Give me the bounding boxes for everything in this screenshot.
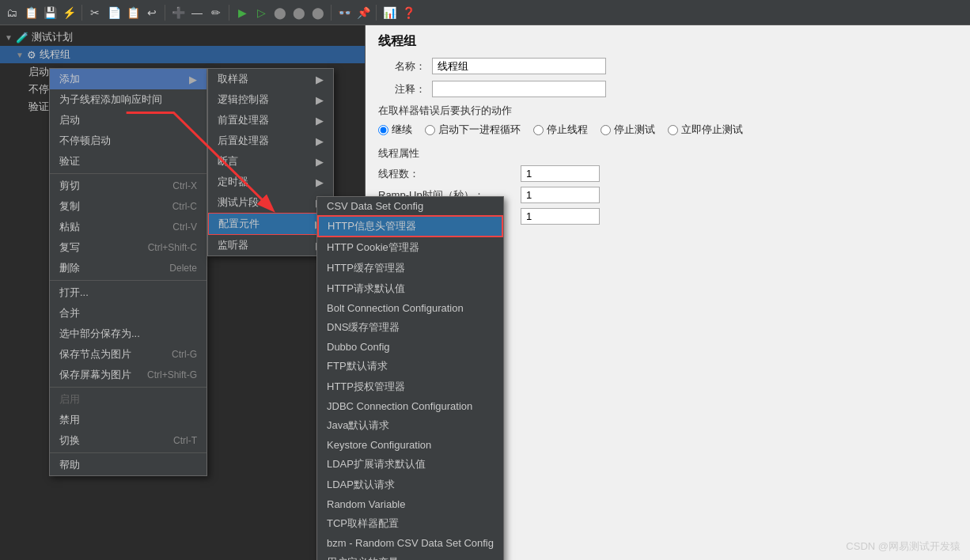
config-http-cookie[interactable]: HTTP Cookie管理器 xyxy=(317,237,503,258)
menu-label: HTTP Cookie管理器 xyxy=(327,240,419,255)
config-ldap[interactable]: LDAP默认请求 xyxy=(317,475,503,495)
props-rampup-input[interactable] xyxy=(521,187,600,203)
config-ftp[interactable]: FTP默认请求 xyxy=(317,356,503,376)
toolbar-icon-help[interactable]: ❓ xyxy=(400,4,417,21)
toolbar-icon-3[interactable]: 💾 xyxy=(41,4,59,21)
submenu1-config-element[interactable]: 配置元件 ▶ xyxy=(208,213,333,235)
shortcut-label: Ctrl+Shift-C xyxy=(148,242,197,253)
tree-icon: 🧪 xyxy=(16,32,28,44)
menu-label: DNS缓存管理器 xyxy=(327,320,400,335)
menu-sep-2 xyxy=(50,280,207,281)
config-bzm-csv[interactable]: bzm - Random CSV Data Set Config xyxy=(317,534,503,552)
toolbar-icon-circle2[interactable]: ⬤ xyxy=(290,4,308,21)
toolbar-icon-4[interactable]: ⚡ xyxy=(60,4,78,21)
comment-input[interactable] xyxy=(432,81,606,97)
toolbar-icon-edit[interactable]: ✏ xyxy=(207,4,225,21)
shortcut-label: Ctrl+Shift-G xyxy=(147,369,197,380)
submenu1-pre-processor[interactable]: 前置处理器 ▶ xyxy=(208,110,333,131)
config-http-cache[interactable]: HTTP缓存管理器 xyxy=(317,258,503,278)
tree-item-thread-group[interactable]: ▼ ⚙ 线程组 xyxy=(0,46,365,63)
submenu-arrow: ▶ xyxy=(316,135,324,147)
toolbar-icon-circle1[interactable]: ⬤ xyxy=(271,4,289,21)
menu-item-save-screen-img[interactable]: 保存屏幕为图片 Ctrl+Shift-G xyxy=(50,365,207,385)
tree-item-test-plan[interactable]: ▼ 🧪 测试计划 xyxy=(0,28,365,46)
menu-item-help[interactable]: 帮助 xyxy=(50,455,207,475)
toolbar-sep-2 xyxy=(165,5,165,21)
menu-item-start[interactable]: 启动 xyxy=(50,110,207,131)
config-http-defaults[interactable]: HTTP请求默认值 xyxy=(317,278,503,299)
toolbar-icon-table[interactable]: 📊 xyxy=(381,4,398,21)
menu-label: 打开... xyxy=(59,286,89,300)
menu-sep-3 xyxy=(50,387,207,388)
menu-sep-4 xyxy=(50,452,207,453)
config-java[interactable]: Java默认请求 xyxy=(317,415,503,436)
shortcut-label: Delete xyxy=(169,263,197,274)
menu-label: 为子线程添加响应时间 xyxy=(59,93,162,107)
toolbar-icon-run[interactable]: ▶ xyxy=(233,4,251,21)
config-http-auth[interactable]: HTTP授权管理器 xyxy=(317,376,503,397)
config-http-header[interactable]: HTTP信息头管理器 xyxy=(317,215,503,237)
menu-item-open[interactable]: 打开... xyxy=(50,282,207,303)
config-dubbo[interactable]: Dubbo Config xyxy=(317,338,503,356)
menu-label: 粘贴 xyxy=(59,220,80,234)
menu-item-merge[interactable]: 合并 xyxy=(50,303,207,324)
submenu1-logic-ctrl[interactable]: 逻辑控制器 ▶ xyxy=(208,89,333,110)
menu-item-paste[interactable]: 粘贴 Ctrl-V xyxy=(50,217,207,237)
submenu1-assertion[interactable]: 断言 ▶ xyxy=(208,151,333,172)
config-dns[interactable]: DNS缓存管理器 xyxy=(317,317,503,338)
props-loop-input[interactable] xyxy=(521,208,600,225)
submenu-arrow: ▶ xyxy=(189,74,197,85)
toolbar-icon-paste[interactable]: 📋 xyxy=(124,4,142,21)
config-bolt[interactable]: Bolt Connection Configuration xyxy=(317,299,503,317)
radio-continue[interactable]: 继续 xyxy=(378,123,412,137)
radio-stop-thread[interactable]: 停止线程 xyxy=(533,123,588,137)
shortcut-label: Ctrl-C xyxy=(172,201,197,212)
radio-stop-now[interactable]: 立即停止测试 xyxy=(668,123,743,137)
menu-item-add[interactable]: 添加 ▶ xyxy=(50,69,207,89)
toolbar-icon-run2[interactable]: ▷ xyxy=(252,4,270,21)
toolbar-icon-add[interactable]: ➕ xyxy=(169,4,187,21)
watermark: CSDN @网易测试开发猿 xyxy=(846,539,961,554)
config-ldap-ext[interactable]: LDAP扩展请求默认值 xyxy=(317,454,503,475)
toolbar-icon-circle3[interactable]: ⬤ xyxy=(309,4,327,21)
menu-item-add-think-time[interactable]: 为子线程添加响应时间 xyxy=(50,89,207,110)
menu-label: Dubbo Config xyxy=(327,341,390,353)
menu-item-disable[interactable]: 禁用 xyxy=(50,410,207,430)
menu-item-verify[interactable]: 验证 xyxy=(50,151,207,172)
submenu1-listener[interactable]: 监听器 ▶ xyxy=(208,235,333,255)
menu-item-copy[interactable]: 复制 Ctrl-C xyxy=(50,196,207,217)
config-random-var[interactable]: Random Variable xyxy=(317,495,503,513)
menu-item-save-node-img[interactable]: 保存节点为图片 Ctrl-G xyxy=(50,344,207,365)
menu-label: FTP默认请求 xyxy=(327,359,388,373)
config-jdbc[interactable]: JDBC Connection Configuration xyxy=(317,397,503,415)
name-input[interactable] xyxy=(432,58,606,74)
menu-item-delete[interactable]: 删除 Delete xyxy=(50,258,207,278)
menu-item-save-selected[interactable]: 选中部分保存为... xyxy=(50,324,207,344)
menu-label: 后置处理器 xyxy=(218,134,269,148)
menu-item-cut[interactable]: 剪切 Ctrl-X xyxy=(50,176,207,196)
toolbar-icon-pin[interactable]: 📌 xyxy=(354,4,372,21)
radio-next-loop[interactable]: 启动下一进程循环 xyxy=(425,123,521,137)
toolbar-icon-cut[interactable]: ✂ xyxy=(86,4,104,21)
menu-label: 配置元件 xyxy=(218,217,260,231)
toolbar-icon-remove[interactable]: — xyxy=(188,4,206,21)
submenu1-sampler[interactable]: 取样器 ▶ xyxy=(208,69,333,89)
config-csv[interactable]: CSV Data Set Config xyxy=(317,197,503,215)
config-tcp[interactable]: TCP取样器配置 xyxy=(317,513,503,534)
submenu-arrow: ▶ xyxy=(316,115,324,127)
toolbar-icon-1[interactable]: 🗂 xyxy=(3,4,21,21)
config-keystore[interactable]: Keystore Configuration xyxy=(317,436,503,454)
props-threads-input[interactable] xyxy=(521,165,600,182)
toolbar-icon-2[interactable]: 📋 xyxy=(22,4,40,21)
radio-stop-test[interactable]: 停止测试 xyxy=(601,123,655,137)
submenu1-timer[interactable]: 定时器 ▶ xyxy=(208,172,333,192)
toolbar-icon-glasses[interactable]: 👓 xyxy=(335,4,353,21)
toolbar-icon-undo[interactable]: ↩ xyxy=(143,4,161,21)
menu-item-no-pause[interactable]: 不停顿启动 xyxy=(50,131,207,151)
menu-item-toggle[interactable]: 切换 Ctrl-T xyxy=(50,430,207,451)
submenu1-test-fragment[interactable]: 测试片段 ▶ xyxy=(208,192,333,213)
config-user-vars[interactable]: 用户定义的变量 xyxy=(317,552,503,560)
submenu1-post-processor[interactable]: 后置处理器 ▶ xyxy=(208,131,333,151)
menu-item-duplicate[interactable]: 复写 Ctrl+Shift-C xyxy=(50,237,207,258)
toolbar-icon-copy[interactable]: 📄 xyxy=(105,4,123,21)
